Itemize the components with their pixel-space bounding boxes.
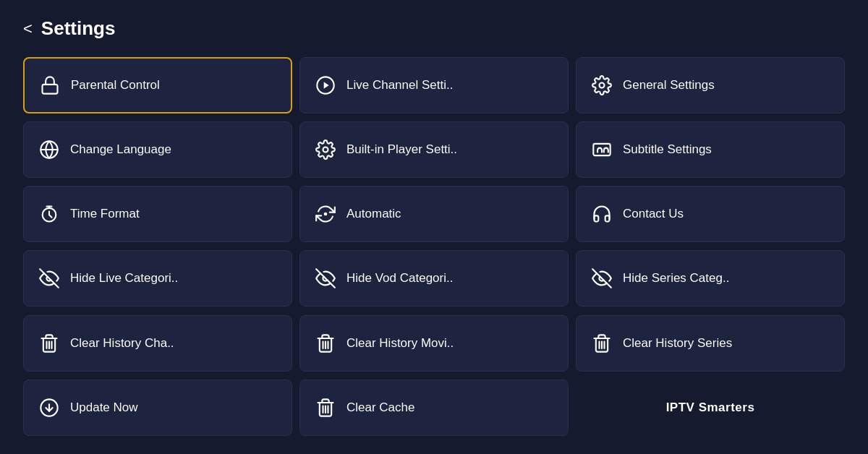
grid-item-label: General Settings — [623, 78, 715, 93]
branding-text: IPTV Smarters — [666, 401, 755, 415]
eye-off-icon — [315, 268, 336, 288]
download-icon — [38, 398, 60, 418]
eye-off-icon — [38, 268, 60, 288]
grid-item-label: Contact Us — [623, 207, 684, 221]
page-title: Settings — [41, 17, 116, 40]
grid-item-label: Change Language — [70, 142, 171, 157]
grid-item-label: Hide Live Categori.. — [70, 271, 178, 286]
svg-rect-0 — [43, 85, 58, 94]
eye-off-icon — [591, 268, 613, 288]
page-header: < Settings — [23, 17, 845, 40]
grid-item-live-channel-settings[interactable]: Live Channel Setti.. — [299, 57, 569, 113]
settings-page: < Settings Parental Control Live Channel… — [0, 0, 868, 454]
grid-item-label: Clear History Cha.. — [70, 336, 174, 351]
grid-item-time-format[interactable]: Time Format — [23, 186, 292, 242]
grid-item-label: Clear History Series — [623, 336, 732, 351]
grid-item-automatic[interactable]: Automatic — [299, 186, 569, 242]
trash-icon — [315, 398, 336, 418]
grid-item-parental-control[interactable]: Parental Control — [23, 57, 292, 113]
grid-item-label: Automatic — [346, 207, 401, 221]
grid-item-label: Live Channel Setti.. — [346, 78, 453, 93]
trash-icon — [591, 333, 613, 354]
cc-icon — [591, 140, 613, 160]
grid-item-hide-live-categories[interactable]: Hide Live Categori.. — [23, 250, 292, 307]
grid-item-label: Built-in Player Setti.. — [346, 142, 457, 157]
trash-icon — [315, 333, 336, 354]
grid-item-hide-series-categories[interactable]: Hide Series Categ.. — [576, 250, 845, 307]
grid-item-update-now[interactable]: Update Now — [23, 380, 292, 436]
timer-icon — [38, 204, 60, 224]
grid-item-label: Clear Cache — [346, 401, 415, 415]
globe-icon — [38, 140, 60, 160]
grid-item-clear-history-movies[interactable]: Clear History Movi.. — [299, 315, 569, 372]
svg-point-3 — [600, 83, 605, 88]
branding-cell: IPTV Smarters — [576, 380, 845, 436]
trash-icon — [38, 333, 60, 354]
grid-item-label: Clear History Movi.. — [346, 336, 454, 351]
grid-item-clear-history-series[interactable]: Clear History Series — [576, 315, 845, 372]
settings-grid: Parental Control Live Channel Setti.. Ge… — [23, 57, 845, 437]
gear-icon — [591, 75, 613, 95]
back-button[interactable]: < — [23, 20, 33, 38]
lock-icon — [39, 75, 61, 95]
play-circle-icon — [315, 75, 336, 95]
grid-item-clear-cache[interactable]: Clear Cache — [299, 380, 569, 436]
grid-item-label: Hide Vod Categori.. — [346, 271, 453, 286]
grid-item-label: Hide Series Categ.. — [623, 271, 729, 286]
grid-item-label: Subtitle Settings — [623, 142, 712, 157]
svg-point-9 — [324, 213, 328, 216]
refresh-icon — [315, 204, 336, 224]
grid-item-subtitle-settings[interactable]: Subtitle Settings — [576, 121, 845, 178]
grid-item-label: Parental Control — [71, 78, 160, 93]
headset-icon — [591, 204, 613, 224]
grid-item-change-language[interactable]: Change Language — [23, 121, 292, 178]
grid-item-clear-history-channels[interactable]: Clear History Cha.. — [23, 315, 292, 372]
grid-item-builtin-player-settings[interactable]: Built-in Player Setti.. — [299, 121, 569, 178]
svg-point-6 — [323, 147, 328, 153]
grid-item-label: Time Format — [70, 207, 140, 221]
grid-item-general-settings[interactable]: General Settings — [576, 57, 845, 113]
svg-marker-2 — [324, 82, 329, 88]
grid-item-contact-us[interactable]: Contact Us — [576, 186, 845, 242]
gear-play-icon — [315, 140, 336, 160]
grid-item-label: Update Now — [70, 401, 138, 415]
grid-item-hide-vod-categories[interactable]: Hide Vod Categori.. — [299, 250, 569, 307]
